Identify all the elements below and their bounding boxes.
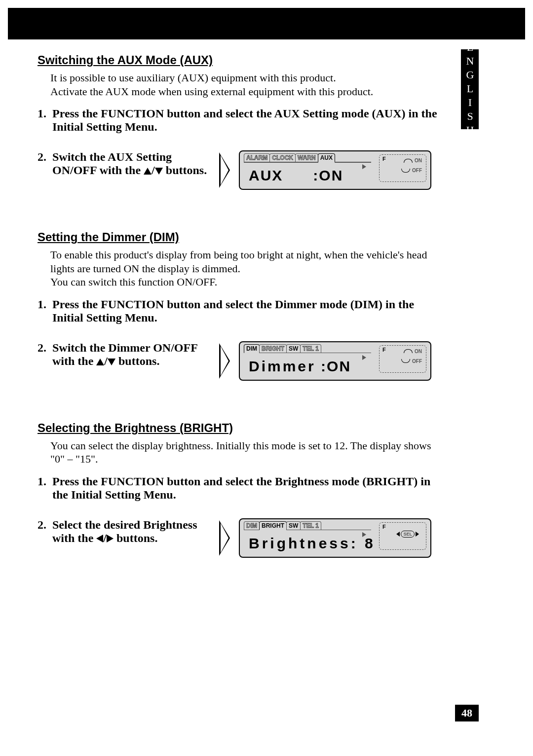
lcd-tab: DIM (244, 521, 260, 530)
lcd-tabs: DIM BRIGHT SW TEL 1 (244, 344, 321, 353)
body-line: You can select the display brightness. I… (50, 439, 431, 466)
lcd-hint-panel: F SEL (379, 522, 426, 550)
down-arrow-icon (108, 359, 115, 365)
section-dim: Setting the Dimmer (DIM) To enable this … (38, 230, 442, 381)
step-with-lcd: Switch the AUX Setting ON/OFF with the /… (52, 150, 442, 190)
lcd-tab: CLOCK (269, 153, 296, 162)
left-caret-icon (396, 532, 400, 537)
section-title: Selecting the Brightness (BRIGHT) (38, 421, 442, 435)
step-number: 2. (38, 518, 52, 558)
language-label: ENGLISH (463, 41, 476, 138)
section-aux: Switching the AUX Mode (AUX) It is possi… (38, 53, 442, 190)
lcd-tab-active: BRIGHT (259, 521, 287, 530)
lcd-display-bright: DIM BRIGHT SW TEL 1 Brightness: 8 (239, 518, 431, 558)
pointer-triangle-icon (219, 520, 230, 556)
hint-off: OFF (401, 359, 422, 364)
section-bright: Selecting the Brightness (BRIGHT) You ca… (38, 421, 442, 558)
body-line: Activate the AUX mode when using externa… (50, 85, 373, 98)
cursor-icon (362, 355, 366, 360)
section-body: To enable this product's display from be… (50, 248, 442, 289)
step-number: 2. (38, 150, 52, 190)
hint-on: ON (404, 158, 422, 163)
up-arrow-icon (144, 168, 152, 175)
lcd-tab: BRIGHT (259, 344, 287, 353)
left-arrow-icon (96, 535, 103, 542)
step-item: 1. Press the FUNCTION button and select … (38, 298, 442, 324)
step-text: Select the desired Brightness with the /… (52, 518, 210, 545)
lcd-tab: SW (286, 521, 301, 530)
body-line: To enable this product's display from be… (50, 249, 427, 275)
step-number: 1. (38, 475, 52, 502)
sel-badge: SEL (396, 531, 419, 538)
language-tab: ENGLISH (461, 49, 479, 129)
lcd-display-dim: DIM BRIGHT SW TEL 1 Dimmer :ON (239, 341, 431, 381)
f-indicator: F (382, 156, 386, 162)
lcd-tab-active: DIM (244, 344, 260, 353)
right-arrow-icon (107, 535, 114, 542)
steps-list: 1. Press the FUNCTION button and select … (38, 475, 442, 558)
hint-sel: SEL (396, 531, 419, 538)
cursor-icon (362, 164, 366, 169)
step-number: 2. (38, 341, 52, 381)
manual-page: ENGLISH Switching the AUX Mode (AUX) It … (0, 0, 533, 756)
lcd-tabs: DIM BRIGHT SW TEL 1 (244, 521, 321, 530)
lcd-hint-panel: F ON OFF (379, 154, 426, 182)
lcd-tab: ALARM (244, 153, 270, 162)
step-text: Switch the Dimmer ON/OFF with the / butt… (52, 341, 210, 368)
body-line: It is possible to use auxiliary (AUX) eq… (50, 72, 336, 84)
step-item: 2. Switch the AUX Setting ON/OFF with th… (38, 150, 442, 190)
arc-down-icon (401, 359, 410, 363)
lcd-main-text: Dimmer :ON (249, 358, 351, 375)
content-area: Switching the AUX Mode (AUX) It is possi… (38, 53, 442, 578)
arc-up-icon (404, 159, 413, 163)
arc-up-icon (404, 349, 413, 353)
step-text: Press the FUNCTION button and select the… (52, 475, 442, 502)
lcd-tabs: ALARM CLOCK WARN AUX (244, 153, 335, 162)
step-item: 1. Press the FUNCTION button and select … (38, 107, 442, 134)
body-line: You can switch this function ON/OFF. (50, 276, 217, 288)
step-text: Switch the AUX Setting ON/OFF with the /… (52, 150, 210, 177)
step-number: 1. (38, 107, 52, 134)
steps-list: 1. Press the FUNCTION button and select … (38, 298, 442, 381)
section-body: You can select the display brightness. I… (50, 439, 442, 466)
hint-on: ON (404, 349, 422, 354)
hint-off: OFF (401, 168, 422, 173)
step-item: 2. Switch the Dimmer ON/OFF with the / b… (38, 341, 442, 381)
lcd-tab: SW (286, 344, 301, 353)
lcd-tab-active: AUX (318, 153, 335, 162)
lcd-main-text: Brightness: 8 (249, 535, 376, 552)
lcd-tab: TEL 1 (300, 521, 321, 530)
step-with-lcd: Select the desired Brightness with the /… (52, 518, 442, 558)
f-indicator: F (382, 524, 386, 530)
steps-list: 1. Press the FUNCTION button and select … (38, 107, 442, 190)
pointer-triangle-icon (219, 343, 230, 379)
section-title: Setting the Dimmer (DIM) (38, 230, 442, 244)
header-bar (8, 8, 525, 39)
step-text: Press the FUNCTION button and select the… (52, 107, 442, 134)
up-arrow-icon (96, 359, 104, 365)
step-item: 2. Select the desired Brightness with th… (38, 518, 442, 558)
page-number: 48 (455, 705, 479, 721)
lcd-tab: WARN (295, 153, 318, 162)
lcd-tab: TEL 1 (300, 344, 321, 353)
arc-down-icon (401, 169, 410, 173)
lcd-display-aux: ALARM CLOCK WARN AUX AUX :ON (239, 150, 431, 190)
step-number: 1. (38, 298, 52, 324)
pointer-triangle-icon (219, 152, 230, 188)
section-body: It is possible to use auxiliary (AUX) eq… (50, 71, 442, 98)
step-with-lcd: Switch the Dimmer ON/OFF with the / butt… (52, 341, 442, 381)
down-arrow-icon (155, 168, 163, 175)
section-title: Switching the AUX Mode (AUX) (38, 53, 442, 67)
f-indicator: F (382, 347, 386, 353)
step-text: Press the FUNCTION button and select the… (52, 298, 442, 324)
right-caret-icon (416, 532, 419, 537)
lcd-main-text: AUX :ON (249, 167, 343, 184)
step-item: 1. Press the FUNCTION button and select … (38, 475, 442, 502)
lcd-hint-panel: F ON OFF (379, 345, 426, 373)
